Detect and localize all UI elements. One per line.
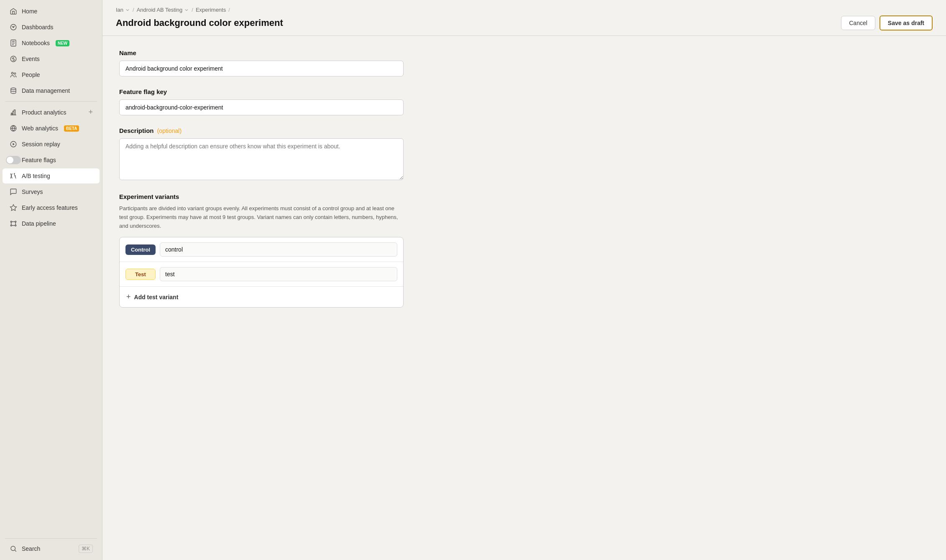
sidebar-item-ab-testing[interactable]: A/B testing: [3, 168, 100, 183]
name-input[interactable]: [119, 61, 404, 76]
sidebar-item-product-analytics-label: Product analytics: [22, 109, 66, 116]
sidebar-item-home-label: Home: [22, 8, 37, 15]
breadcrumb-experiments[interactable]: Experiments: [196, 7, 226, 13]
description-optional-label: (optional): [157, 127, 182, 134]
variant-test-input[interactable]: [160, 267, 397, 281]
search-label: Search: [22, 545, 40, 552]
product-analytics-add-icon[interactable]: +: [88, 108, 93, 117]
product-analytics-icon: [9, 108, 18, 117]
save-as-draft-button[interactable]: Save as draft: [880, 15, 933, 31]
sidebar-item-data-pipeline-label: Data pipeline: [22, 220, 56, 227]
main-content: Ian / Android AB Testing / Experiments /…: [102, 0, 946, 560]
svg-point-1: [13, 27, 14, 28]
sidebar-item-events[interactable]: Events: [3, 51, 100, 66]
svg-point-13: [15, 221, 16, 222]
content-area: Name Feature flag key Description (optio…: [102, 36, 946, 560]
svg-marker-10: [13, 143, 15, 145]
sidebar-item-notebooks-label: Notebooks: [22, 40, 50, 46]
breadcrumb-sep-2: /: [192, 7, 193, 13]
add-variant-label: Add test variant: [134, 294, 179, 300]
sidebar-item-data-management-label: Data management: [22, 87, 70, 94]
data-pipeline-icon: [9, 219, 18, 228]
svg-point-7: [11, 88, 16, 90]
web-analytics-icon: [9, 124, 18, 132]
session-replay-icon: [9, 140, 18, 148]
search-shortcut: ⌘K: [79, 545, 93, 553]
sidebar-item-session-replay-label: Session replay: [22, 141, 60, 148]
notebooks-new-badge: NEW: [56, 40, 69, 46]
description-textarea[interactable]: [119, 138, 404, 180]
breadcrumb: Ian / Android AB Testing / Experiments /: [116, 7, 933, 13]
sidebar-item-notebooks[interactable]: Notebooks NEW: [3, 36, 100, 51]
form-section: Name Feature flag key Description (optio…: [119, 49, 404, 308]
sidebar-item-feature-flags[interactable]: Feature flags: [3, 153, 100, 168]
chevron-down-icon-ian: [125, 8, 130, 13]
data-management-icon: [9, 87, 18, 95]
breadcrumb-ian[interactable]: Ian: [116, 7, 130, 13]
svg-point-4: [13, 59, 14, 59]
people-icon: [9, 71, 18, 79]
header-actions: Cancel Save as draft: [841, 15, 933, 31]
header-row: Android background color experiment Canc…: [116, 15, 933, 31]
sidebar-item-people[interactable]: People: [3, 67, 100, 82]
sidebar-item-search[interactable]: Search ⌘K: [3, 541, 100, 556]
description-label: Description (optional): [119, 127, 404, 134]
cancel-button[interactable]: Cancel: [841, 16, 875, 30]
variant-control-input[interactable]: [160, 242, 397, 257]
breadcrumb-experiments-label: Experiments: [196, 7, 226, 13]
sidebar-item-ab-testing-label: A/B testing: [22, 173, 50, 179]
home-icon: [9, 7, 18, 15]
sidebar-item-home[interactable]: Home: [3, 4, 100, 19]
sidebar-item-surveys[interactable]: Surveys: [3, 184, 100, 199]
sidebar-item-data-pipeline[interactable]: Data pipeline: [3, 216, 100, 231]
flag-key-input[interactable]: [119, 99, 404, 115]
add-variant-row[interactable]: + Add test variant: [120, 287, 403, 307]
toggle-icon: [6, 156, 21, 164]
variant-control-badge: Control: [125, 244, 156, 255]
variant-row-control: Control: [120, 237, 403, 262]
variants-group: Experiment variants Participants are div…: [119, 193, 404, 308]
breadcrumb-ab-testing[interactable]: Android AB Testing: [137, 7, 189, 13]
sidebar-item-web-analytics-label: Web analytics: [22, 125, 58, 132]
svg-point-5: [12, 72, 14, 74]
sidebar-item-early-access-label: Early access features: [22, 204, 78, 211]
breadcrumb-sep-1: /: [133, 7, 134, 13]
sidebar-item-events-label: Events: [22, 56, 40, 62]
sidebar-item-product-analytics[interactable]: Product analytics +: [3, 104, 100, 120]
svg-point-12: [10, 221, 12, 222]
search-icon: [9, 545, 18, 553]
svg-marker-11: [10, 205, 17, 211]
sidebar-item-data-management[interactable]: Data management: [3, 83, 100, 98]
notebook-icon: [9, 39, 18, 47]
variants-container: Control Test + Add test varia: [119, 237, 404, 308]
svg-point-15: [15, 225, 16, 226]
sidebar-item-early-access[interactable]: Early access features: [3, 200, 100, 215]
sidebar-item-session-replay[interactable]: Session replay: [3, 137, 100, 152]
page-title: Android background color experiment: [116, 18, 283, 28]
name-group: Name: [119, 49, 404, 76]
surveys-icon: [9, 188, 18, 196]
svg-point-6: [14, 73, 16, 74]
ab-testing-icon: [9, 172, 18, 180]
events-icon: [9, 55, 18, 63]
sidebar-divider-bottom: [5, 538, 97, 539]
sidebar-item-dashboards[interactable]: Dashboards: [3, 20, 100, 35]
sidebar: Home Dashboards Notebooks NEW: [0, 0, 102, 560]
breadcrumb-sep-3: /: [228, 7, 230, 13]
variants-description: Participants are divided into variant gr…: [119, 204, 404, 230]
early-access-icon: [9, 204, 18, 212]
page-header: Ian / Android AB Testing / Experiments /…: [102, 0, 946, 36]
sidebar-item-web-analytics[interactable]: Web analytics BETA: [3, 121, 100, 136]
sidebar-item-feature-flags-label: Feature flags: [22, 157, 56, 163]
breadcrumb-ian-label: Ian: [116, 7, 123, 13]
add-variant-icon: +: [126, 293, 131, 301]
chevron-down-icon-ab: [184, 8, 189, 13]
svg-point-14: [10, 225, 12, 226]
feature-flags-icon: [9, 156, 18, 164]
sidebar-item-surveys-label: Surveys: [22, 188, 43, 195]
flag-key-label: Feature flag key: [119, 88, 404, 95]
sidebar-item-dashboards-label: Dashboards: [22, 24, 54, 31]
description-group: Description (optional): [119, 127, 404, 181]
breadcrumb-ab-testing-label: Android AB Testing: [137, 7, 183, 13]
web-analytics-beta-badge: BETA: [64, 125, 79, 132]
